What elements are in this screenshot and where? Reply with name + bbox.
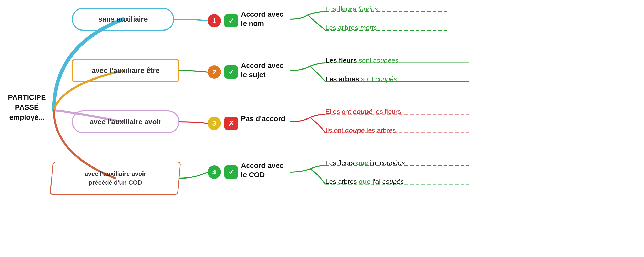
node-etre: avec l'auxiliaire être <box>72 59 179 82</box>
accord-label-4: Accord avec le COD <box>241 161 284 180</box>
badge-1: 1 <box>208 14 221 27</box>
check-icon-2: ✓ <box>224 65 238 79</box>
example-1b: Les arbres morts <box>325 24 377 32</box>
accord-label-3: Pas d'accord <box>241 114 285 123</box>
example-4a: Les fleurs que j'ai coupées <box>325 159 405 167</box>
example-4b: Les arbres que j'ai coupés <box>325 178 404 186</box>
accord-label-2: Accord avec le sujet <box>241 61 284 80</box>
node-cod: avec l'auxiliaire avoirprécédé d'un COD <box>50 162 181 195</box>
badge-2: 2 <box>208 65 221 79</box>
example-3b: Ils ont coupé les arbres <box>325 126 396 134</box>
main-title: PARTICIPE PASSÉemployé... <box>0 92 54 123</box>
node-avoir: avec l'auxiliaire avoir <box>72 110 179 133</box>
badge-4: 4 <box>208 165 221 179</box>
example-3a: Elles ont coupé les fleurs <box>325 108 401 116</box>
example-2a: Les fleurs sont coupées <box>325 56 398 64</box>
accord-label-1: Accord avec le nom <box>241 10 284 28</box>
badge-3: 3 <box>208 117 221 130</box>
example-2b: Les arbres sont coupés <box>325 75 397 83</box>
node-sans-auxiliaire: sans auxiliaire <box>72 8 174 31</box>
example-1a: Les fleurs fanées <box>325 5 378 13</box>
check-icon-3: ✗ <box>224 117 238 130</box>
check-icon-4: ✓ <box>224 165 238 179</box>
check-icon-1: ✓ <box>224 14 238 27</box>
